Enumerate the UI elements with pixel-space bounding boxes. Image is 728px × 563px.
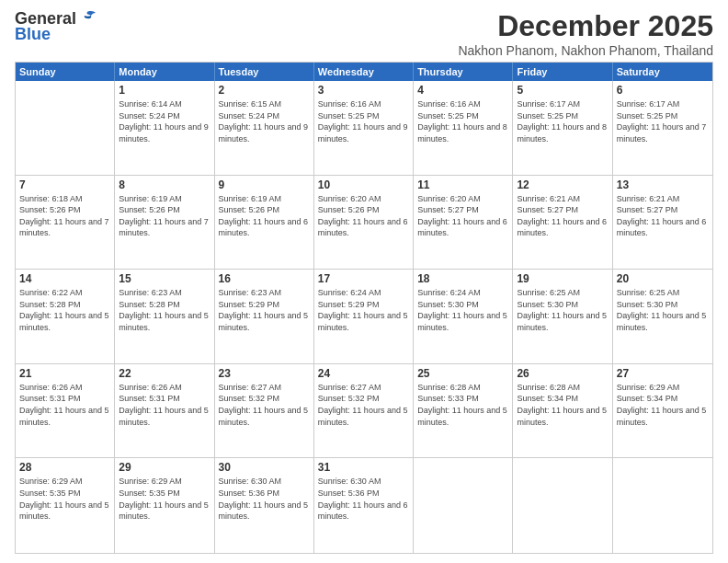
day-cell-26: 26Sunrise: 6:28 AMSunset: 5:34 PMDayligh… <box>513 364 612 458</box>
day-cell-7: 7Sunrise: 6:18 AMSunset: 5:26 PMDaylight… <box>16 176 115 270</box>
day-header-tuesday: Tuesday <box>215 63 314 81</box>
day-number: 15 <box>119 272 210 285</box>
day-number: 23 <box>219 367 310 380</box>
day-number: 30 <box>219 461 310 474</box>
day-number: 1 <box>119 84 210 97</box>
day-number: 5 <box>517 84 608 97</box>
day-cell-16: 16Sunrise: 6:23 AMSunset: 5:29 PMDayligh… <box>215 270 314 363</box>
day-cell-2: 2Sunrise: 6:15 AMSunset: 5:24 PMDaylight… <box>215 81 314 175</box>
day-cell-28: 28Sunrise: 6:29 AMSunset: 5:35 PMDayligh… <box>16 458 115 553</box>
empty-cell <box>613 458 712 553</box>
day-cell-4: 4Sunrise: 6:16 AMSunset: 5:25 PMDaylight… <box>414 81 513 175</box>
week-row-5: 28Sunrise: 6:29 AMSunset: 5:35 PMDayligh… <box>16 458 712 553</box>
day-cell-19: 19Sunrise: 6:25 AMSunset: 5:30 PMDayligh… <box>513 270 612 363</box>
day-header-saturday: Saturday <box>613 63 712 81</box>
day-header-sunday: Sunday <box>16 63 115 81</box>
day-cell-22: 22Sunrise: 6:26 AMSunset: 5:31 PMDayligh… <box>115 364 214 458</box>
day-cell-23: 23Sunrise: 6:27 AMSunset: 5:32 PMDayligh… <box>215 364 314 458</box>
cell-info: Sunrise: 6:24 AMSunset: 5:29 PMDaylight:… <box>318 287 409 333</box>
day-cell-25: 25Sunrise: 6:28 AMSunset: 5:33 PMDayligh… <box>414 364 513 458</box>
week-row-2: 7Sunrise: 6:18 AMSunset: 5:26 PMDaylight… <box>16 176 712 270</box>
cell-info: Sunrise: 6:14 AMSunset: 5:24 PMDaylight:… <box>119 98 210 144</box>
cell-info: Sunrise: 6:29 AMSunset: 5:35 PMDaylight:… <box>19 476 110 522</box>
day-header-thursday: Thursday <box>414 63 513 81</box>
week-row-3: 14Sunrise: 6:22 AMSunset: 5:28 PMDayligh… <box>16 270 712 364</box>
day-cell-31: 31Sunrise: 6:30 AMSunset: 5:36 PMDayligh… <box>314 458 414 553</box>
day-number: 22 <box>119 367 210 380</box>
day-number: 26 <box>517 367 608 380</box>
logo-blue: Blue <box>15 25 51 44</box>
cell-info: Sunrise: 6:28 AMSunset: 5:33 PMDaylight:… <box>417 382 508 428</box>
empty-cell <box>414 458 513 553</box>
day-number: 14 <box>19 272 110 285</box>
day-cell-3: 3Sunrise: 6:16 AMSunset: 5:25 PMDaylight… <box>314 81 414 175</box>
empty-cell <box>513 458 612 553</box>
day-cell-5: 5Sunrise: 6:17 AMSunset: 5:25 PMDaylight… <box>513 81 612 175</box>
cell-info: Sunrise: 6:20 AMSunset: 5:27 PMDaylight:… <box>417 193 508 239</box>
day-number: 8 <box>119 178 210 191</box>
day-number: 29 <box>119 461 210 474</box>
cell-info: Sunrise: 6:21 AMSunset: 5:27 PMDaylight:… <box>617 193 709 239</box>
cell-info: Sunrise: 6:27 AMSunset: 5:32 PMDaylight:… <box>219 382 310 428</box>
day-cell-12: 12Sunrise: 6:21 AMSunset: 5:27 PMDayligh… <box>513 176 612 270</box>
day-header-friday: Friday <box>513 63 612 81</box>
cell-info: Sunrise: 6:15 AMSunset: 5:24 PMDaylight:… <box>219 98 310 144</box>
calendar: SundayMondayTuesdayWednesdayThursdayFrid… <box>15 62 713 554</box>
cell-info: Sunrise: 6:28 AMSunset: 5:34 PMDaylight:… <box>517 382 608 428</box>
day-number: 17 <box>318 272 409 285</box>
cell-info: Sunrise: 6:27 AMSunset: 5:32 PMDaylight:… <box>318 382 409 428</box>
cell-info: Sunrise: 6:23 AMSunset: 5:29 PMDaylight:… <box>219 287 310 333</box>
cell-info: Sunrise: 6:23 AMSunset: 5:28 PMDaylight:… <box>119 287 210 333</box>
cell-info: Sunrise: 6:17 AMSunset: 5:25 PMDaylight:… <box>517 98 608 144</box>
cell-info: Sunrise: 6:16 AMSunset: 5:25 PMDaylight:… <box>318 98 409 144</box>
day-number: 28 <box>19 461 110 474</box>
logo: General Blue <box>15 9 97 44</box>
cell-info: Sunrise: 6:24 AMSunset: 5:30 PMDaylight:… <box>417 287 508 333</box>
cell-info: Sunrise: 6:26 AMSunset: 5:31 PMDaylight:… <box>19 382 110 428</box>
cell-info: Sunrise: 6:29 AMSunset: 5:35 PMDaylight:… <box>119 476 210 522</box>
day-number: 27 <box>617 367 709 380</box>
cell-info: Sunrise: 6:19 AMSunset: 5:26 PMDaylight:… <box>219 193 310 239</box>
header: General Blue December 2025 Nakhon Phanom… <box>15 9 713 58</box>
day-cell-13: 13Sunrise: 6:21 AMSunset: 5:27 PMDayligh… <box>613 176 712 270</box>
day-cell-14: 14Sunrise: 6:22 AMSunset: 5:28 PMDayligh… <box>16 270 115 363</box>
cell-info: Sunrise: 6:25 AMSunset: 5:30 PMDaylight:… <box>517 287 608 333</box>
title-section: December 2025 Nakhon Phanom, Nakhon Phan… <box>458 9 713 58</box>
day-cell-1: 1Sunrise: 6:14 AMSunset: 5:24 PMDaylight… <box>115 81 214 175</box>
day-number: 19 <box>517 272 608 285</box>
logo-bird-icon <box>78 10 97 25</box>
day-cell-20: 20Sunrise: 6:25 AMSunset: 5:30 PMDayligh… <box>613 270 712 363</box>
cell-info: Sunrise: 6:30 AMSunset: 5:36 PMDaylight:… <box>318 476 409 522</box>
day-number: 2 <box>219 84 310 97</box>
day-number: 24 <box>318 367 409 380</box>
day-number: 4 <box>417 84 508 97</box>
day-number: 18 <box>417 272 508 285</box>
day-number: 12 <box>517 178 608 191</box>
day-cell-9: 9Sunrise: 6:19 AMSunset: 5:26 PMDaylight… <box>215 176 314 270</box>
week-row-1: 1Sunrise: 6:14 AMSunset: 5:24 PMDaylight… <box>16 81 712 176</box>
day-cell-8: 8Sunrise: 6:19 AMSunset: 5:26 PMDaylight… <box>115 176 214 270</box>
day-cell-15: 15Sunrise: 6:23 AMSunset: 5:28 PMDayligh… <box>115 270 214 363</box>
day-cell-24: 24Sunrise: 6:27 AMSunset: 5:32 PMDayligh… <box>314 364 414 458</box>
day-cell-11: 11Sunrise: 6:20 AMSunset: 5:27 PMDayligh… <box>414 176 513 270</box>
day-cell-6: 6Sunrise: 6:17 AMSunset: 5:25 PMDaylight… <box>613 81 712 175</box>
cell-info: Sunrise: 6:30 AMSunset: 5:36 PMDaylight:… <box>219 476 310 522</box>
day-number: 31 <box>318 461 409 474</box>
cell-info: Sunrise: 6:19 AMSunset: 5:26 PMDaylight:… <box>119 193 210 239</box>
day-number: 9 <box>219 178 310 191</box>
page: General Blue December 2025 Nakhon Phanom… <box>0 0 728 563</box>
cell-info: Sunrise: 6:22 AMSunset: 5:28 PMDaylight:… <box>19 287 110 333</box>
empty-cell <box>16 81 115 175</box>
cell-info: Sunrise: 6:17 AMSunset: 5:25 PMDaylight:… <box>617 98 709 144</box>
day-number: 7 <box>19 178 110 191</box>
day-number: 13 <box>617 178 709 191</box>
day-cell-30: 30Sunrise: 6:30 AMSunset: 5:36 PMDayligh… <box>215 458 314 553</box>
cell-info: Sunrise: 6:18 AMSunset: 5:26 PMDaylight:… <box>19 193 110 239</box>
day-number: 20 <box>617 272 709 285</box>
day-number: 25 <box>417 367 508 380</box>
day-number: 6 <box>617 84 709 97</box>
cell-info: Sunrise: 6:25 AMSunset: 5:30 PMDaylight:… <box>617 287 709 333</box>
day-header-wednesday: Wednesday <box>314 63 414 81</box>
day-number: 10 <box>318 178 409 191</box>
day-header-monday: Monday <box>115 63 214 81</box>
